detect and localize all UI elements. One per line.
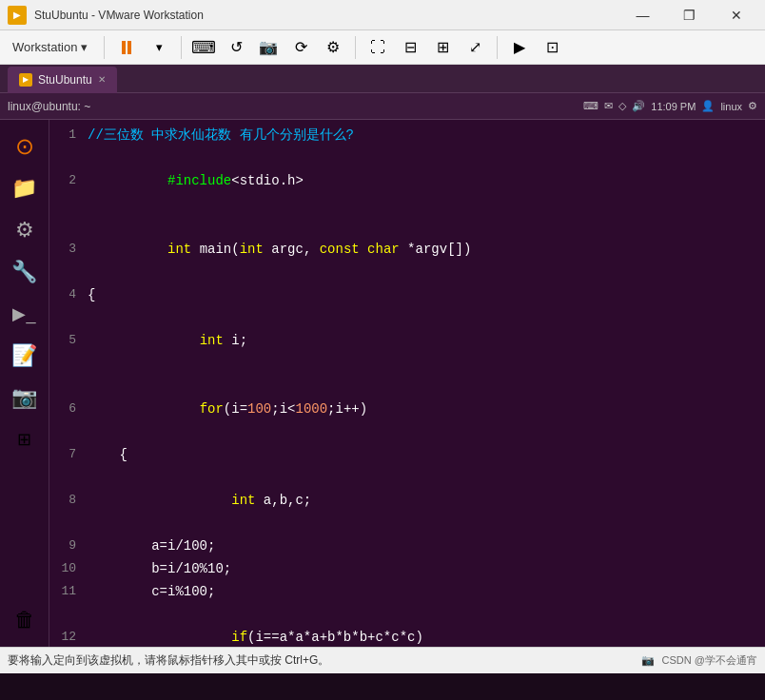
- sidebar-item-grid[interactable]: ⊞: [6, 420, 44, 458]
- sidebar-item-settings[interactable]: ⚙: [6, 211, 44, 249]
- code-line-5: 5 int i;: [49, 306, 765, 375]
- tab-vm-icon: ▶: [19, 73, 32, 87]
- view-icon: ⊞: [437, 38, 449, 56]
- bottom-notification-bar: 要将输入定向到该虚拟机，请将鼠标指针移入其中或按 Ctrl+G。 📷 CSDN …: [0, 647, 765, 673]
- reset-button[interactable]: ↺: [222, 34, 250, 61]
- dropdown-arrow-icon: ▾: [81, 40, 88, 54]
- snapshot-button[interactable]: 📷: [254, 34, 283, 61]
- editor-icon: 📝: [11, 343, 37, 368]
- tab-close-button[interactable]: ✕: [98, 74, 106, 85]
- sidebar-item-editor[interactable]: 📝: [6, 337, 44, 375]
- keyboard-icon: ⌨: [191, 37, 216, 58]
- restore-button[interactable]: ❐: [668, 0, 711, 30]
- chevron-down-icon: ▾: [156, 40, 163, 54]
- tab-label: StuUbuntu: [38, 73, 92, 87]
- manage-button[interactable]: ⚙: [319, 34, 347, 61]
- line-content-4: {: [84, 283, 765, 306]
- line-number-12: 12: [49, 626, 84, 647]
- resize-icon: ⤢: [469, 38, 481, 56]
- line-content-8: int a,b,c;: [84, 466, 765, 535]
- dropdown-btn[interactable]: ▾: [145, 34, 173, 61]
- keyboard-status-icon: ⌨: [583, 100, 598, 112]
- workstation-menu[interactable]: Workstation ▾: [4, 35, 96, 59]
- minimize-button[interactable]: —: [621, 0, 664, 30]
- vm-path: linux@ubuntu: ~: [8, 100, 576, 113]
- view-button[interactable]: ⊞: [428, 34, 457, 61]
- sidebar-item-tools[interactable]: 🔧: [6, 253, 44, 291]
- line-number-4: 4: [49, 283, 84, 306]
- line-content-5: int i;: [84, 306, 765, 375]
- line-content-12: if(i==a*a*a+b*b*b+c*c*c): [84, 603, 765, 647]
- code-line-9: 9 a=i/100;: [49, 535, 765, 557]
- line-content-2: #include<stdio.h>: [84, 146, 765, 215]
- sidebar-item-ubuntu[interactable]: ⊙: [6, 127, 44, 165]
- line-content-11: c=i%100;: [84, 580, 765, 603]
- pause-button[interactable]: [112, 34, 141, 61]
- username-display: linux: [720, 101, 742, 112]
- window-controls: — ❐ ✕: [621, 0, 757, 30]
- line-content-9: a=i/100;: [84, 535, 765, 557]
- sidebar-item-trash[interactable]: 🗑: [6, 601, 44, 639]
- signal-icon: ◇: [618, 100, 626, 112]
- console-button[interactable]: ▶: [505, 34, 534, 61]
- send-ctrl-alt-del-button[interactable]: ⌨: [189, 34, 218, 61]
- app-icon: ▶: [8, 6, 27, 25]
- line-number-1: 1: [49, 124, 84, 146]
- line-number-11: 11: [49, 580, 84, 603]
- code-content: 1 //三位数 中求水仙花数 有几个分别是什么? 2 #include<stdi…: [49, 120, 765, 647]
- line-number-9: 9: [49, 535, 84, 557]
- revert-icon: ⟳: [295, 38, 307, 56]
- time-display: 11:09 PM: [651, 101, 696, 112]
- full-screen-button[interactable]: ⛶: [363, 34, 392, 61]
- ubuntu-icon: ⊙: [15, 133, 34, 160]
- line-number-3: 3: [49, 238, 84, 261]
- pause-icon: [122, 41, 131, 54]
- line-number-6: 6: [49, 398, 84, 420]
- close-button[interactable]: ✕: [715, 0, 757, 30]
- vm-status-bar: linux@ubuntu: ~ ⌨ ✉ ◇ 🔊 11:09 PM 👤 linux…: [0, 93, 765, 120]
- user-icon: 👤: [701, 100, 715, 112]
- sidebar-item-files[interactable]: 📁: [6, 169, 44, 207]
- code-line-12: 12 if(i==a*a*a+b*b*b+c*c*c): [49, 603, 765, 647]
- code-line-11: 11 c=i%100;: [49, 580, 765, 603]
- line-content-7: {: [84, 443, 765, 466]
- resize-button[interactable]: ⤢: [461, 34, 489, 61]
- fullscreen-icon: ⛶: [370, 39, 385, 56]
- settings-icon[interactable]: ⚙: [748, 100, 757, 112]
- toolbar: Workstation ▾ ▾ ⌨ ↺ 📷 ⟳ ⚙ ⛶ ⊟ ⊞ ⤢ ▶: [0, 30, 765, 65]
- tools-icon: 🔧: [11, 260, 37, 284]
- more-icon: ⊡: [546, 38, 559, 56]
- vm-status-icons: ⌨ ✉ ◇ 🔊 11:09 PM 👤 linux ⚙: [583, 100, 757, 112]
- code-line-2: 2 #include<stdio.h>: [49, 146, 765, 215]
- toolbar-separator-2: [181, 36, 182, 59]
- code-editor[interactable]: 1 //三位数 中求水仙花数 有几个分别是什么? 2 #include<stdi…: [49, 120, 765, 647]
- grid-icon: ⊞: [17, 429, 31, 450]
- revert-button[interactable]: ⟳: [286, 34, 315, 61]
- brand-text: CSDN @学不会通宵: [662, 653, 757, 668]
- sidebar-item-camera[interactable]: 📷: [6, 379, 44, 417]
- sidebar-item-terminal[interactable]: ▶_: [6, 295, 44, 333]
- line-number-5: 5: [49, 329, 84, 352]
- more-button[interactable]: ⊡: [538, 34, 566, 61]
- terminal-icon: ▶_: [12, 303, 35, 324]
- settings-icon: ⚙: [15, 218, 34, 243]
- tab-stuubuntu[interactable]: ▶ StuUbuntu ✕: [8, 67, 117, 93]
- files-icon: 📁: [11, 176, 37, 201]
- line-content-3: int main(int argc, const char *argv[]): [84, 215, 765, 283]
- main-layout: ⊙ 📁 ⚙ 🔧 ▶_ 📝 📷 ⊞ 🗑: [0, 120, 765, 647]
- line-content-10: b=i/10%10;: [84, 557, 765, 580]
- toolbar-separator-3: [355, 36, 356, 59]
- line-number-8: 8: [49, 489, 84, 512]
- window-title: StuUbuntu - VMware Workstation: [34, 9, 614, 22]
- unity-button[interactable]: ⊟: [396, 34, 424, 61]
- console-icon: ▶: [514, 38, 525, 56]
- toolbar-separator-4: [497, 36, 498, 59]
- trash-icon: 🗑: [14, 608, 35, 632]
- sidebar: ⊙ 📁 ⚙ 🔧 ▶_ 📝 📷 ⊞ 🗑: [0, 120, 49, 647]
- snapshot-icon: 📷: [259, 38, 278, 56]
- workstation-label: Workstation: [12, 40, 77, 54]
- code-line-10: 10 b=i/10%10;: [49, 557, 765, 580]
- camera-icon: 📷: [11, 385, 37, 410]
- tab-bar: ▶ StuUbuntu ✕: [0, 65, 765, 93]
- unity-icon: ⊟: [404, 38, 417, 56]
